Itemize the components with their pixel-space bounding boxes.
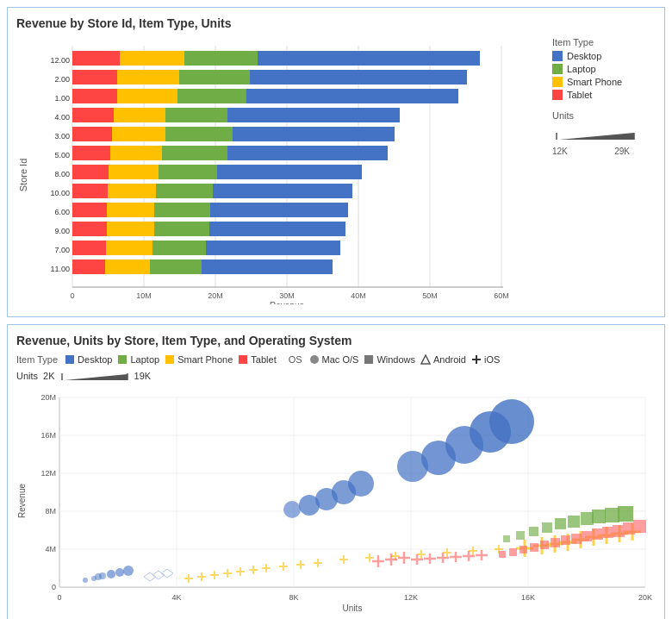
svg-rect-107 bbox=[568, 516, 580, 528]
y-tick: 12M bbox=[40, 469, 56, 478]
svg-rect-53 bbox=[150, 259, 202, 274]
desktop-label2: Desktop bbox=[78, 354, 112, 365]
smartphone-icon bbox=[165, 354, 175, 365]
svg-rect-19 bbox=[72, 108, 114, 122]
svg-rect-23 bbox=[72, 127, 112, 141]
svg-rect-173 bbox=[592, 528, 603, 540]
svg-rect-17 bbox=[177, 89, 246, 103]
svg-rect-9 bbox=[184, 51, 258, 66]
svg-rect-44 bbox=[107, 222, 154, 236]
store-label: 12.00 bbox=[50, 56, 70, 65]
svg-rect-42 bbox=[210, 203, 348, 217]
svg-rect-29 bbox=[162, 146, 227, 160]
x-tick2: 16K bbox=[521, 593, 535, 602]
store-label: 8.00 bbox=[54, 170, 70, 178]
svg-rect-60 bbox=[118, 355, 127, 364]
svg-rect-64 bbox=[364, 355, 373, 364]
svg-rect-167 bbox=[530, 543, 538, 552]
svg-rect-52 bbox=[105, 259, 150, 274]
y-tick: 0 bbox=[52, 583, 56, 591]
svg-point-88 bbox=[99, 572, 106, 579]
svg-marker-70 bbox=[65, 374, 128, 380]
bar-chart-svg: Store Id 12.00 2.00 bbox=[16, 37, 516, 304]
svg-rect-103 bbox=[516, 531, 525, 540]
svg-rect-26 bbox=[233, 127, 395, 141]
svg-rect-59 bbox=[65, 355, 74, 364]
legend2-windows: Windows bbox=[364, 354, 415, 365]
svg-rect-12 bbox=[117, 70, 179, 84]
desktop-swatch bbox=[552, 51, 563, 61]
legend-item-tablet: Tablet bbox=[552, 90, 656, 100]
svg-rect-36 bbox=[108, 184, 156, 198]
svg-rect-105 bbox=[542, 522, 552, 533]
chart2-container: Revenue, Units by Store, Item Type, and … bbox=[7, 324, 665, 619]
legend-item-smartphone: Smart Phone bbox=[552, 77, 656, 87]
store-label: 7.00 bbox=[54, 246, 70, 254]
y-tick: 16M bbox=[40, 431, 56, 440]
x-tick2: 0 bbox=[57, 593, 61, 602]
svg-rect-168 bbox=[540, 541, 549, 549]
x-tick2: 12K bbox=[404, 593, 418, 602]
svg-rect-13 bbox=[179, 70, 250, 84]
svg-rect-37 bbox=[156, 184, 213, 198]
svg-rect-174 bbox=[602, 527, 613, 538]
svg-rect-102 bbox=[503, 535, 510, 542]
desktop-label: Desktop bbox=[567, 51, 601, 61]
macos-label: Mac O/S bbox=[322, 354, 359, 365]
units-max: 29K bbox=[614, 147, 630, 156]
x-tick: 0 bbox=[70, 291, 74, 300]
legend2-macos: Mac O/S bbox=[309, 354, 359, 365]
store-label: 11.00 bbox=[50, 265, 70, 273]
svg-rect-39 bbox=[72, 203, 107, 217]
svg-rect-7 bbox=[72, 51, 120, 66]
svg-rect-34 bbox=[217, 165, 362, 179]
store-label: 6.00 bbox=[54, 208, 70, 216]
svg-point-63 bbox=[310, 355, 319, 364]
x-tick: 50M bbox=[422, 291, 438, 300]
ios-icon bbox=[471, 354, 482, 365]
svg-marker-65 bbox=[421, 355, 430, 364]
svg-rect-176 bbox=[623, 522, 635, 535]
svg-rect-21 bbox=[165, 108, 227, 122]
svg-point-101 bbox=[489, 399, 534, 444]
units-min: 12K bbox=[552, 147, 568, 156]
svg-rect-169 bbox=[551, 538, 560, 547]
units-labels: 12K 29K bbox=[552, 147, 630, 156]
svg-rect-14 bbox=[250, 70, 467, 84]
chart1-legend: Item Type Desktop Laptop Smart Phone Tab… bbox=[544, 37, 656, 156]
laptop-swatch bbox=[552, 64, 563, 74]
svg-rect-28 bbox=[110, 146, 162, 160]
store-label: 3.00 bbox=[54, 132, 70, 141]
units-label2: Units bbox=[16, 371, 38, 381]
svg-rect-61 bbox=[165, 355, 174, 364]
legend2-smartphone: Smart Phone bbox=[165, 354, 233, 365]
svg-rect-111 bbox=[618, 506, 633, 522]
x-axis-label: Revenue bbox=[270, 301, 304, 304]
y-axis-label: Store Id bbox=[18, 159, 28, 192]
svg-rect-33 bbox=[159, 165, 217, 179]
svg-rect-51 bbox=[72, 259, 105, 274]
store-label: 2.00 bbox=[54, 75, 70, 84]
svg-rect-15 bbox=[72, 89, 117, 103]
svg-point-91 bbox=[123, 566, 134, 576]
y-tick: 4M bbox=[45, 545, 56, 553]
svg-rect-11 bbox=[72, 70, 117, 84]
item-type-label: Item Type bbox=[16, 354, 58, 365]
windows-label: Windows bbox=[376, 354, 415, 365]
svg-point-92 bbox=[283, 501, 301, 518]
chart2-title: Revenue, Units by Store, Item Type, and … bbox=[16, 334, 656, 347]
y-tick: 20M bbox=[40, 393, 56, 402]
x-tick: 40M bbox=[351, 291, 366, 300]
legend-title: Item Type bbox=[552, 37, 656, 47]
svg-rect-24 bbox=[112, 127, 165, 141]
svg-rect-50 bbox=[206, 241, 340, 255]
tablet-icon bbox=[238, 354, 248, 365]
legend2-ios: iOS bbox=[471, 354, 500, 365]
svg-rect-48 bbox=[106, 241, 152, 255]
tablet-label2: Tablet bbox=[251, 354, 276, 365]
svg-rect-109 bbox=[592, 510, 606, 523]
laptop-label: Laptop bbox=[567, 64, 596, 74]
svg-point-96 bbox=[348, 471, 374, 497]
svg-point-85 bbox=[83, 578, 88, 583]
svg-rect-54 bbox=[202, 259, 333, 274]
